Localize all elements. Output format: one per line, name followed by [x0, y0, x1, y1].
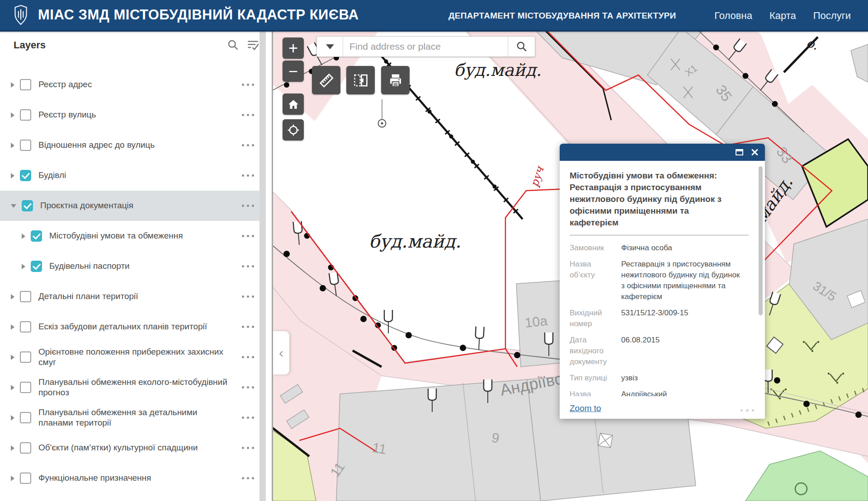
- popup-maximize-button[interactable]: [736, 149, 743, 155]
- kyiv-emblem-logo: [13, 5, 29, 25]
- layer-menu-button[interactable]: [242, 447, 254, 449]
- popup-field-value: Реставрація з пристосуванням нежитлового…: [621, 259, 745, 302]
- map-label: 10a: [524, 313, 548, 330]
- layer-expand-arrow[interactable]: [11, 415, 14, 421]
- layer-expand-arrow[interactable]: [11, 143, 14, 148]
- search-button[interactable]: [508, 37, 535, 56]
- layer-row: Реєстр адрес: [0, 70, 266, 100]
- search-input[interactable]: [343, 37, 508, 56]
- layer-checkbox[interactable]: [20, 382, 31, 393]
- nav-link-2[interactable]: Послуги: [813, 10, 851, 22]
- layers-search-icon[interactable]: [227, 39, 239, 51]
- map-area: буд.майд.буд.майд.майд.о.ручАндріївський…: [273, 32, 868, 501]
- layer-checkbox[interactable]: [20, 442, 31, 454]
- popup-title: Містобудівні умови та обмеження: Реставр…: [570, 170, 738, 229]
- popup-field-label: Тип вулиці: [570, 373, 615, 384]
- popup-field-label: Дата вихідного документу: [570, 335, 615, 367]
- zoom-to-link[interactable]: Zoom to: [570, 403, 601, 413]
- layer-menu-button[interactable]: [242, 265, 254, 267]
- layer-checkbox[interactable]: [31, 230, 42, 242]
- popup-field-value: 531/15/12-3/009-15: [621, 308, 745, 329]
- layer-menu-button[interactable]: [242, 84, 254, 86]
- layer-menu-button[interactable]: [242, 326, 254, 328]
- layers-list: Реєстр адресРеєстр вулицьВідношення адре…: [0, 70, 266, 493]
- zoom-in-button[interactable]: +: [283, 37, 304, 59]
- layer-row: Проєктна документація: [0, 191, 266, 221]
- popup-titlebar[interactable]: [560, 144, 765, 161]
- nav-link-0[interactable]: Головна: [714, 10, 752, 22]
- layer-checkbox[interactable]: [20, 412, 31, 423]
- layer-row: Орієнтовне положення прибережних захисни…: [0, 342, 266, 372]
- layer-expand-arrow[interactable]: [11, 445, 14, 451]
- popup-body: Містобудівні умови та обмеження: Реставр…: [560, 161, 765, 419]
- layer-label: Проєктна документація: [40, 201, 133, 211]
- popup-field-label: Замовник: [570, 243, 615, 253]
- layers-filter-icon[interactable]: [246, 39, 259, 51]
- layer-checkbox[interactable]: [20, 140, 31, 151]
- home-button[interactable]: [283, 94, 304, 115]
- layer-row: Планувальні обмеження еколого-містобудів…: [0, 372, 266, 403]
- layer-checkbox[interactable]: [20, 109, 31, 121]
- app-root: МІАС ЗМД МІСТОБУДІВНИЙ КАДАСТР КИЄВА ДЕП…: [0, 0, 868, 501]
- layer-expand-arrow[interactable]: [11, 112, 14, 118]
- layer-checkbox[interactable]: [20, 170, 31, 181]
- map-label: руч: [528, 164, 547, 189]
- map-label: буд.майд.: [454, 60, 542, 80]
- print-button[interactable]: [381, 66, 410, 94]
- layer-expand-arrow[interactable]: [11, 204, 16, 208]
- layer-checkbox[interactable]: [20, 351, 31, 363]
- layer-menu-button[interactable]: [242, 174, 254, 177]
- layer-expand-arrow[interactable]: [22, 264, 25, 269]
- layer-checkbox[interactable]: [20, 291, 31, 302]
- layer-label: Орієнтовне положення прибережних захисни…: [38, 347, 228, 367]
- layer-checkbox[interactable]: [20, 321, 31, 332]
- panel-divider: [272, 32, 273, 501]
- layer-expand-arrow[interactable]: [22, 234, 25, 239]
- address-search: [316, 36, 535, 57]
- layer-row: Функціональне призначення: [0, 463, 266, 493]
- popup-scrollbar[interactable]: [759, 166, 763, 315]
- popup-footer: Zoom to: [560, 396, 765, 419]
- layer-expand-arrow[interactable]: [11, 173, 14, 178]
- layer-expand-arrow[interactable]: [11, 476, 14, 481]
- popup-close-button[interactable]: [750, 148, 759, 156]
- layer-checkbox[interactable]: [20, 79, 31, 90]
- collapse-panel-button[interactable]: ‹: [273, 331, 289, 375]
- layer-expand-arrow[interactable]: [11, 82, 14, 88]
- layer-row: Будівельні паспорти: [0, 251, 266, 281]
- popup-field-row: ЗамовникФізична особа: [570, 243, 751, 253]
- search-source-dropdown[interactable]: [317, 37, 343, 56]
- zoom-out-button[interactable]: −: [283, 61, 304, 82]
- layer-menu-button[interactable]: [242, 205, 254, 207]
- app-subtitle: ДЕПАРТАМЕНТ МІСТОБУДУВАННЯ ТА АРХІТЕКТУР…: [448, 11, 676, 21]
- locate-icon: [287, 124, 300, 136]
- map-survey-point-center: [381, 122, 383, 125]
- layer-expand-arrow[interactable]: [11, 324, 14, 330]
- sidebar-scrollbar[interactable]: [259, 32, 266, 501]
- layer-menu-button[interactable]: [242, 417, 254, 419]
- locate-button[interactable]: [283, 119, 304, 140]
- popup-fields: ЗамовникФізична особаНазва об’єктуРестав…: [570, 243, 751, 411]
- swipe-layers-button[interactable]: [346, 66, 375, 94]
- layer-menu-button[interactable]: [242, 295, 254, 298]
- layer-menu-button[interactable]: [242, 114, 254, 116]
- layer-checkbox[interactable]: [22, 200, 33, 211]
- popup-field-row: Дата вихідного документу06.08.2015: [570, 335, 751, 367]
- layer-menu-button[interactable]: [242, 356, 254, 358]
- layer-expand-arrow[interactable]: [11, 355, 14, 360]
- layer-expand-arrow[interactable]: [11, 385, 14, 390]
- layer-menu-button[interactable]: [242, 386, 254, 389]
- popup-menu-button[interactable]: [741, 409, 755, 414]
- layer-menu-button[interactable]: [242, 477, 254, 479]
- popup-field-label: Вихідний номер: [570, 308, 615, 329]
- layer-expand-arrow[interactable]: [11, 294, 14, 300]
- layer-checkbox[interactable]: [31, 261, 42, 272]
- layer-menu-button[interactable]: [242, 144, 254, 146]
- layer-checkbox[interactable]: [20, 473, 31, 484]
- layer-label: Планувальні обмеження за детальними план…: [38, 407, 228, 428]
- measure-button[interactable]: [312, 66, 340, 94]
- layer-label: Детальні плани території: [38, 291, 138, 301]
- layers-panel-header: Layers: [14, 39, 259, 51]
- layer-menu-button[interactable]: [242, 235, 254, 237]
- nav-link-1[interactable]: Карта: [769, 10, 796, 22]
